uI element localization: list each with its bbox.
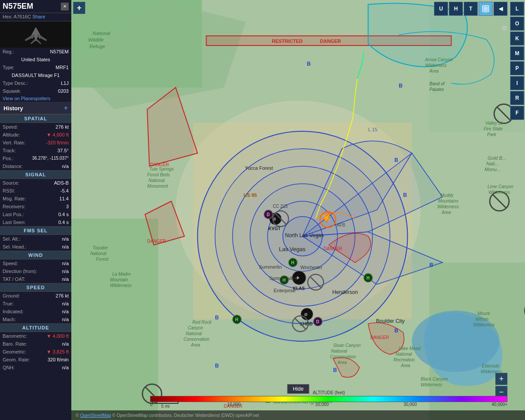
zoom-in-button[interactable]: + xyxy=(73,2,85,14)
svg-text:Arrow Canyon: Arrow Canyon xyxy=(425,57,453,62)
svg-text:B: B xyxy=(215,363,219,369)
svg-text:D: D xyxy=(316,319,319,324)
f-button[interactable]: F xyxy=(510,106,524,120)
receivers-row: Receivers: 3 xyxy=(0,203,71,210)
p-button[interactable]: P xyxy=(510,61,524,75)
history-title: History xyxy=(4,105,23,112)
share-link[interactable]: Share xyxy=(32,14,45,19)
k-button[interactable]: K xyxy=(510,32,524,46)
geom-rate-row: Geom. Rate: 320 ft/min xyxy=(0,356,71,364)
svg-text:DANGER: DANGER xyxy=(324,246,343,251)
svg-text:National: National xyxy=(396,352,412,357)
svg-text:National: National xyxy=(331,349,347,354)
svg-text:Wilson: Wilson xyxy=(476,317,489,322)
h-button[interactable]: H xyxy=(449,2,463,16)
svg-text:Henderson: Henderson xyxy=(332,289,358,295)
svg-text:AFB: AFB xyxy=(337,223,346,228)
r-button[interactable]: R xyxy=(510,91,524,105)
svg-text:L 15: L 15 xyxy=(368,127,378,132)
svg-text:Mountains: Mountains xyxy=(438,199,458,203)
svg-text:Mount: Mount xyxy=(478,311,490,316)
geo-row: Geometric: ▼ 3,825 ft xyxy=(0,348,71,356)
svg-text:Sloan Canyon: Sloan Canyon xyxy=(333,343,361,348)
back-button[interactable]: ◀ xyxy=(494,2,508,16)
o-button[interactable]: O xyxy=(510,17,524,31)
svg-text:Forest: Forest xyxy=(96,257,109,262)
wind-header: WIND xyxy=(0,251,71,259)
map-zoom-in-button[interactable]: + xyxy=(495,373,508,385)
sel-head-row: Sel. Head.: n/a xyxy=(0,243,71,251)
hex-share-row: Hex: A7616C Share xyxy=(0,13,71,21)
svg-text:Canyon: Canyon xyxy=(188,326,203,330)
svg-text:Wilderness: Wilderness xyxy=(421,382,442,387)
altitude-legend: ALTITUDE (feet) 0 10,000 20,000 30,000 4… xyxy=(150,390,508,407)
altitude-labels: 0 10,000 20,000 30,000 40,000+ xyxy=(150,402,508,407)
svg-text:National: National xyxy=(186,331,202,336)
svg-rect-6 xyxy=(71,219,158,420)
last-seen-row: Last Seen: 0.4 s xyxy=(0,218,71,226)
mach-row: Mach: n/a xyxy=(0,315,71,323)
country-row: United States xyxy=(0,56,71,63)
aircraft-silhouette xyxy=(14,24,58,46)
history-bar[interactable]: History + xyxy=(0,102,71,114)
country-value: United States xyxy=(3,56,69,63)
i-button[interactable]: I xyxy=(510,76,524,90)
openstreetmap-link[interactable]: OpenStreetMap xyxy=(80,413,111,418)
svg-text:H: H xyxy=(291,260,294,265)
svg-text:B: B xyxy=(395,328,399,334)
type-desc-row: Type Desc.: L1J xyxy=(0,79,71,87)
altitude-legend-title: ALTITUDE (feet) xyxy=(313,390,345,395)
svg-text:Monu...: Monu... xyxy=(485,167,501,172)
svg-text:⊘: ⊘ xyxy=(304,312,308,317)
svg-text:Fossil Beds: Fossil Beds xyxy=(147,172,170,177)
type-full-value: DASSAULT Mirage F1 xyxy=(3,72,69,79)
aircraft-callsign: N575EM xyxy=(3,2,33,11)
svg-text:Conservation: Conservation xyxy=(330,354,356,359)
history-add-button[interactable]: + xyxy=(64,104,68,112)
alt-label-10k: 10,000 xyxy=(227,402,241,407)
svg-text:Monument: Monument xyxy=(147,184,168,189)
settings-button[interactable]: ⚙ xyxy=(501,24,508,32)
svg-text:Wilderness: Wilderness xyxy=(110,283,132,288)
speed-header: SPEED xyxy=(0,283,71,292)
last-pos-row: Last Pos.: 0.4 s xyxy=(0,210,71,218)
type-desc-value: L1J xyxy=(61,80,69,87)
layer-button[interactable] xyxy=(479,2,493,16)
track-row: Track: 37.5° xyxy=(0,147,71,154)
ground-speed-row: Ground: 276 kt xyxy=(0,292,71,300)
speed-row: Speed: 276 kt xyxy=(0,123,71,131)
svg-text:B: B xyxy=(215,315,219,321)
svg-text:Area: Area xyxy=(429,69,439,74)
svg-text:Fire State: Fire State xyxy=(484,126,503,131)
svg-text:National: National xyxy=(91,251,107,256)
svg-text:B: B xyxy=(333,367,337,373)
u-button[interactable]: U xyxy=(434,2,448,16)
vert-rate-row: Vert. Rate: -320 ft/min xyxy=(0,139,71,147)
svg-text:Park: Park xyxy=(487,132,497,137)
baro-rate-row: Baro. Rate: n/a xyxy=(0,340,71,348)
view-planespotters-link[interactable]: View on Planespotters xyxy=(0,95,71,102)
rssi-row: RSSI: -5.4 xyxy=(0,187,71,195)
t-button[interactable]: T xyxy=(464,2,478,16)
svg-text:Wilderness: Wilderness xyxy=(489,190,510,195)
svg-text:National: National xyxy=(149,178,165,183)
svg-text:Area: Area xyxy=(191,343,201,347)
svg-text:Wilderness: Wilderness xyxy=(425,63,447,68)
squawk-row: Squawk: 0203 xyxy=(0,87,71,95)
svg-text:B: B xyxy=(307,61,311,67)
m-button[interactable]: M xyxy=(510,46,524,60)
close-button[interactable]: ✕ xyxy=(61,3,69,10)
qnh-row: QNH: n/a xyxy=(0,364,71,371)
svg-text:H: H xyxy=(235,317,238,322)
fms-header: FMS SEL xyxy=(0,226,71,235)
wind-speed-row: Speed: n/a xyxy=(0,259,71,267)
alt-label-30k: 30,000 xyxy=(403,402,417,407)
top-left-controls: + xyxy=(73,2,85,14)
l-button[interactable]: L xyxy=(510,2,524,16)
true-speed-row: True: n/a xyxy=(0,300,71,308)
svg-text:B: B xyxy=(403,192,407,198)
svg-text:D: D xyxy=(267,212,270,217)
svg-text:Paiutes: Paiutes xyxy=(430,87,444,92)
type-value: MRF1 xyxy=(56,64,69,71)
map-area[interactable]: RESTRICTED DANGER DANGER DANGER DANGER xyxy=(71,0,525,420)
